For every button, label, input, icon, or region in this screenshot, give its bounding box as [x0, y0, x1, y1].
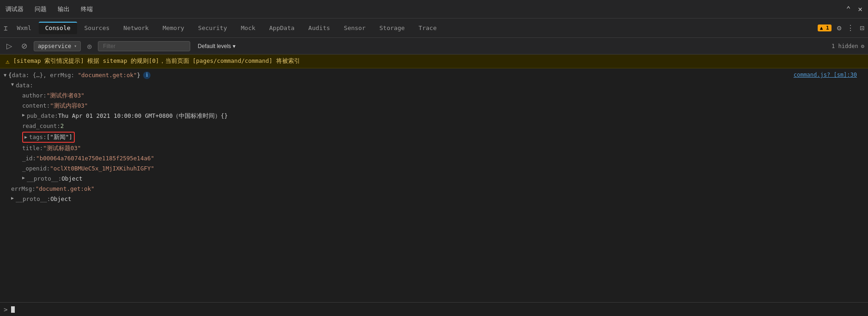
clear-button[interactable]: ⊘ [18, 41, 30, 51]
levels-arrow-icon: ▾ [233, 43, 235, 49]
service-dropdown-arrow: ▾ [74, 43, 77, 49]
hidden-count-area: 1 hidden ⚙ [832, 43, 864, 49]
toolbar: ▷ ⊘ appservice ▾ ◎ Default levels ▾ 1 hi… [0, 38, 868, 55]
warning-text: [sitemap 索引情况提示] 根据 sitemap 的规则[0]，当前页面 … [13, 57, 300, 65]
tab-appdata[interactable]: AppData [263, 22, 301, 34]
log-line-errmsg: errMsg: "document.get:ok" [0, 184, 868, 194]
console-cursor [11, 306, 15, 313]
file-reference[interactable]: command.js? [sm]:30 [794, 71, 864, 79]
tab-trace[interactable]: Trace [412, 22, 443, 34]
title-tab-debugger[interactable]: 调试器 [6, 3, 24, 15]
warning-banner: ⚠ [sitemap 索引情况提示] 根据 sitemap 的规则[0]，当前页… [0, 55, 868, 68]
hidden-settings-icon[interactable]: ⚙ [861, 43, 864, 49]
proto-data-toggle[interactable]: ▶ [22, 174, 25, 182]
log-line-author: author: "测试作者03" [0, 91, 868, 101]
tab-bar: ⌶ Wxml Console Sources Network Memory Se… [0, 18, 868, 38]
tab-memory[interactable]: Memory [156, 22, 191, 34]
warning-badge[interactable]: ▲ 1 [818, 24, 832, 31]
pubdate-toggle[interactable]: ▶ [22, 111, 25, 119]
no-entry-icon: ⊘ [21, 42, 27, 50]
title-tab-output[interactable]: 输出 [58, 3, 70, 15]
tab-console[interactable]: Console [39, 22, 77, 34]
log-line-readcount: read_count: 2 [0, 121, 868, 131]
levels-label: Default levels [198, 43, 231, 49]
console-prompt: > [4, 306, 7, 313]
cursor-icon[interactable]: ⌶ [4, 24, 7, 32]
tab-storage[interactable]: Storage [373, 22, 411, 34]
service-label: appservice [38, 43, 71, 49]
log-line-data: ▼ data: [0, 80, 868, 91]
title-tab-terminal[interactable]: 终端 [81, 3, 93, 15]
console-content: ▼ {data: {…}, errMsg: "document.get:ok"}… [0, 68, 868, 300]
title-bar-tabs: 调试器 问题 输出 终端 [6, 3, 93, 15]
tab-sources[interactable]: Sources [78, 22, 116, 34]
log-line-id: _id: "b00064a760741e750e1185f2595e14a6" [0, 153, 868, 164]
dock-icon[interactable]: ⊡ [860, 24, 864, 32]
filter-input[interactable] [98, 41, 190, 51]
proto-root-toggle[interactable]: ▶ [11, 194, 14, 202]
service-selector[interactable]: appservice ▾ [34, 41, 81, 51]
data-toggle[interactable]: ▼ [11, 81, 14, 88]
tab-audits[interactable]: Audits [302, 22, 337, 34]
tab-controls: ▲ 1 ⚙ ⋮ ⊡ [818, 24, 864, 32]
console-input-line: > [0, 302, 868, 316]
hidden-count-label: 1 hidden [832, 43, 858, 49]
play-icon: ▷ [6, 42, 12, 50]
root-toggle[interactable]: ▼ [4, 72, 6, 79]
title-tab-issues[interactable]: 问题 [35, 3, 47, 15]
more-icon[interactable]: ⋮ [847, 24, 854, 32]
info-icon[interactable]: ℹ [143, 72, 151, 79]
log-line-proto-data: ▶ __proto__: Object [0, 174, 868, 184]
log-line-title: title: "测试标题03" [0, 143, 868, 153]
tab-network[interactable]: Network [117, 22, 155, 34]
tab-wxml[interactable]: Wxml [10, 22, 37, 34]
levels-button[interactable]: Default levels ▾ [194, 42, 239, 51]
log-line-pubdate: ▶ pub_date: Thu Apr 01 2021 10:00:00 GMT… [0, 111, 868, 121]
tags-highlight-box: ▶ tags: ["新闻"] [22, 132, 75, 143]
execute-button[interactable]: ▷ [4, 41, 15, 51]
chevron-up-icon[interactable]: ⌃ [846, 5, 851, 13]
settings-icon[interactable]: ⚙ [837, 24, 842, 32]
root-object-text: {data: {…}, errMsg: "document.get:ok"} [8, 71, 140, 80]
log-line-content: content: "测试内容03" [0, 101, 868, 111]
tab-mock[interactable]: Mock [235, 22, 262, 34]
log-line-proto-root: ▶ __proto__: Object [0, 194, 868, 204]
log-line-root: ▼ {data: {…}, errMsg: "document.get:ok"}… [0, 70, 868, 80]
title-bar-controls: ⌃ ✕ [846, 5, 862, 13]
log-line-openid: _openid: "oclXt0BMUeC5x_1MjIXKihuhIGFY" [0, 164, 868, 174]
tags-toggle[interactable]: ▶ [24, 134, 27, 141]
close-button[interactable]: ✕ [858, 5, 862, 13]
log-line-tags: ▶ tags: ["新闻"] [0, 131, 868, 143]
eye-icon[interactable]: ◎ [84, 41, 94, 51]
tab-sensor[interactable]: Sensor [338, 22, 372, 34]
tab-security[interactable]: Security [192, 22, 234, 34]
warning-icon: ⚠ [6, 58, 9, 65]
title-bar: 调试器 问题 输出 终端 ⌃ ✕ [0, 0, 868, 18]
